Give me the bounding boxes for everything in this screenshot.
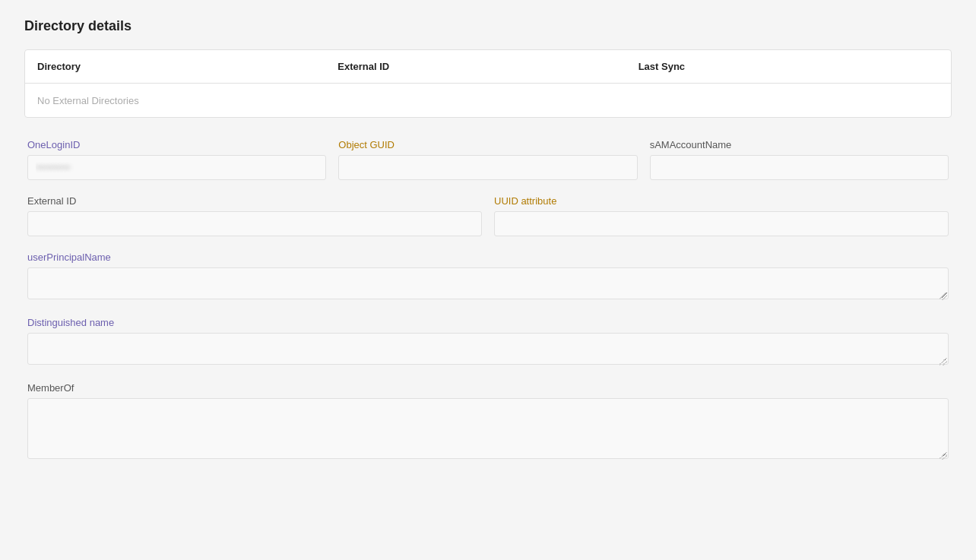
sam-account-name-input[interactable] bbox=[650, 155, 949, 180]
field-group-uuid-attribute: UUID attribute bbox=[494, 195, 949, 236]
table-header: Directory External ID Last Sync bbox=[25, 50, 951, 84]
member-of-wrapper bbox=[27, 398, 949, 461]
external-id-input[interactable] bbox=[27, 211, 482, 236]
table-body: No External Directories bbox=[25, 84, 951, 117]
distinguished-name-wrapper bbox=[27, 333, 949, 367]
sam-account-name-label: sAMAccountName bbox=[650, 139, 949, 150]
col-header-external-id: External ID bbox=[337, 61, 638, 72]
no-data-message: No External Directories bbox=[37, 95, 139, 106]
fields-row-1: OneLoginID Object GUID sAMAccountName bbox=[27, 139, 949, 180]
member-of-label: MemberOf bbox=[27, 382, 949, 394]
user-principal-name-wrapper bbox=[27, 267, 949, 302]
field-group-object-guid: Object GUID bbox=[338, 139, 637, 180]
user-principal-name-label: userPrincipalName bbox=[27, 252, 949, 263]
member-of-input[interactable] bbox=[27, 398, 949, 459]
fields-row-2: External ID UUID attribute bbox=[27, 195, 949, 236]
user-principal-name-input[interactable] bbox=[27, 267, 949, 299]
col-header-last-sync: Last Sync bbox=[639, 61, 939, 72]
object-guid-label: Object GUID bbox=[338, 139, 637, 150]
field-group-distinguished-name: Distinguished name bbox=[27, 317, 949, 367]
col-header-directory: Directory bbox=[37, 61, 337, 72]
distinguished-name-input[interactable] bbox=[27, 333, 949, 365]
onelogin-id-label: OneLoginID bbox=[27, 139, 326, 150]
onelogin-id-input[interactable] bbox=[27, 155, 326, 180]
fields-section: OneLoginID Object GUID sAMAccountName Ex… bbox=[24, 139, 952, 461]
fields-row-4: Distinguished name bbox=[27, 317, 949, 367]
field-group-onelogin-id: OneLoginID bbox=[27, 139, 326, 180]
fields-row-3: userPrincipalName bbox=[27, 252, 949, 302]
fields-row-5: MemberOf bbox=[27, 382, 949, 461]
page-title: Directory details bbox=[24, 18, 952, 34]
uuid-attribute-input[interactable] bbox=[494, 211, 949, 236]
field-group-member-of: MemberOf bbox=[27, 382, 949, 461]
field-group-external-id: External ID bbox=[27, 195, 482, 236]
distinguished-name-label: Distinguished name bbox=[27, 317, 949, 328]
uuid-attribute-label: UUID attribute bbox=[494, 195, 949, 207]
field-group-user-principal-name: userPrincipalName bbox=[27, 252, 949, 302]
external-id-label: External ID bbox=[27, 195, 482, 207]
directory-table: Directory External ID Last Sync No Exter… bbox=[24, 49, 952, 118]
field-group-sam-account-name: sAMAccountName bbox=[650, 139, 949, 180]
object-guid-input[interactable] bbox=[338, 155, 637, 180]
